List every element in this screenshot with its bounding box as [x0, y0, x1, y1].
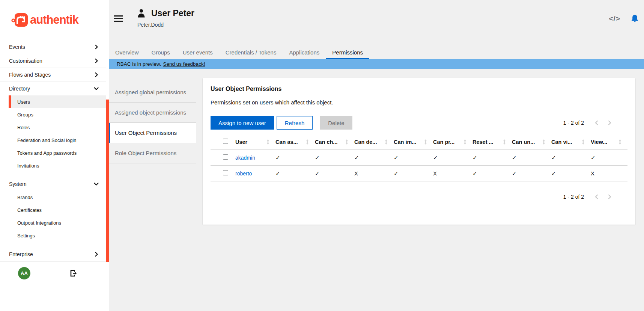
tab-overview[interactable]: Overview — [109, 46, 145, 59]
column-header: Can de... — [354, 139, 377, 145]
sidebar-item-label: Groups — [17, 112, 33, 118]
sidebar-item-system[interactable]: System — [0, 177, 106, 191]
assign-to-new-user-button[interactable]: Assign to new user — [211, 116, 274, 130]
pagination-label: 1 - 2 of 2 — [563, 194, 584, 200]
sidebar-item-roles[interactable]: Roles — [0, 121, 106, 134]
sidebar-item-enterprise[interactable]: Enterprise — [0, 247, 106, 261]
api-code-icon[interactable]: </> — [609, 15, 620, 23]
sort-icon[interactable] — [542, 139, 545, 145]
row-checkbox[interactable] — [223, 170, 228, 175]
permission-mark: ✓ — [512, 166, 551, 181]
sidebar-item-label: Events — [9, 44, 25, 50]
chevron-right-icon — [94, 72, 99, 77]
sign-out-icon[interactable] — [70, 270, 77, 277]
refresh-button[interactable]: Refresh — [277, 116, 313, 130]
column-header: Can pr... — [433, 139, 454, 145]
sidebar-item-label: Tokens and App passwords — [17, 150, 77, 156]
select-all-checkbox[interactable] — [223, 139, 228, 144]
sidebar-item-settings[interactable]: Settings — [0, 229, 106, 242]
card-description: Permissions set on users which affect th… — [211, 99, 627, 106]
sort-icon[interactable] — [463, 139, 466, 145]
permission-mark: ✓ — [472, 166, 512, 181]
banner-text: RBAC is in preview. — [117, 61, 161, 67]
permission-mark: ✓ — [551, 150, 591, 166]
sidebar-item-invitations[interactable]: Invitations — [0, 159, 106, 172]
feedback-link[interactable]: Send us feedback! — [163, 61, 205, 67]
sidebar-item-federation[interactable]: Federation and Social login — [0, 134, 106, 146]
subnav-assigned-global-permissions[interactable]: Assigned global permissions — [109, 82, 196, 103]
tab-credentials-tokens[interactable]: Credentials / Tokens — [219, 46, 283, 59]
permission-mark: X — [354, 166, 394, 181]
permissions-table: User Can as... Can ch... Can de... Can i… — [211, 139, 627, 181]
sidebar-item-directory[interactable]: Directory — [0, 82, 106, 95]
sort-icon[interactable] — [424, 139, 427, 145]
permission-mark: ✓ — [275, 150, 315, 166]
permission-mark: ✓ — [512, 150, 551, 166]
column-header: Can im... — [394, 139, 416, 145]
user-link[interactable]: roberto — [235, 171, 252, 177]
tab-applications[interactable]: Applications — [283, 46, 326, 59]
user-icon — [137, 9, 145, 18]
user-link[interactable]: akadmin — [235, 155, 255, 161]
permission-mark: ✓ — [275, 166, 315, 181]
sort-icon[interactable] — [385, 139, 388, 145]
sidebar-item-label: Invitations — [17, 163, 39, 169]
pagination-prev-button[interactable] — [590, 119, 603, 127]
sidebar-user-row: AA — [0, 262, 106, 284]
sidebar-item-outpost-integrations[interactable]: Outpost Integrations — [0, 216, 106, 229]
sidebar-item-events[interactable]: Events — [0, 40, 106, 54]
chevron-down-icon — [94, 86, 99, 91]
rbac-preview-banner: RBAC is in preview. Send us feedback! — [109, 59, 644, 69]
sidebar-item-label: Brands — [17, 195, 33, 200]
sidebar-item-label: Outpost Integrations — [17, 220, 61, 226]
tab-user-events[interactable]: User events — [176, 46, 219, 59]
subnav-role-object-permissions[interactable]: Role Object Permissions — [109, 143, 196, 163]
subnav-user-object-permissions[interactable]: User Object Permissions — [109, 123, 196, 143]
sidebar-item-brands[interactable]: Brands — [0, 191, 106, 204]
sidebar-item-tokens[interactable]: Tokens and App passwords — [0, 146, 106, 159]
brand-logo[interactable]: authentik — [0, 0, 106, 40]
sort-icon[interactable] — [266, 139, 269, 145]
pagination-next-button[interactable] — [603, 193, 616, 201]
sidebar-item-flows-and-stages[interactable]: Flows and Stages — [0, 68, 106, 82]
page-title: User Peter — [151, 8, 194, 18]
avatar[interactable]: AA — [18, 267, 30, 279]
tab-permissions[interactable]: Permissions — [326, 46, 369, 59]
sidebar-item-certificates[interactable]: Certificates — [0, 204, 106, 216]
authentik-admin-app: { "colors": { "brand": "#fd4b2d", "prima… — [0, 0, 644, 311]
sort-icon[interactable] — [503, 139, 506, 145]
table-toolbar: Assign to new user Refresh Delete 1 - 2 … — [211, 116, 627, 130]
sidebar-toggle-button[interactable] — [114, 15, 123, 22]
card-title: User Object Permissions — [211, 86, 627, 92]
permission-mark: ✓ — [472, 150, 512, 166]
sidebar-scrollbar[interactable] — [106, 100, 109, 262]
chevron-right-icon — [94, 45, 99, 50]
chevron-down-icon — [94, 182, 99, 186]
sidebar-item-groups[interactable]: Groups — [0, 108, 106, 121]
pagination-next-button[interactable] — [603, 119, 616, 127]
column-header: Reset ... — [472, 139, 494, 145]
row-checkbox[interactable] — [223, 154, 228, 160]
table-row: akadmin ✓ ✓ ✓ ✓ ✓ ✓ ✓ ✓ ✓ — [211, 150, 627, 166]
user-detail-tabs: Overview Groups User events Credentials … — [109, 46, 644, 59]
permission-mark: ✓ — [394, 150, 433, 166]
notification-bell-icon[interactable] — [631, 14, 639, 23]
sort-icon[interactable] — [345, 139, 348, 145]
sort-icon[interactable] — [306, 139, 309, 145]
sidebar-item-label: Flows and Stages — [9, 72, 51, 78]
sidebar-item-users[interactable]: Users — [9, 95, 106, 108]
page-subtitle: Peter.Dodd — [137, 22, 194, 28]
tab-groups[interactable]: Groups — [145, 46, 176, 59]
sidebar-item-label: System — [9, 181, 27, 187]
chevron-right-icon — [94, 252, 99, 257]
sort-icon[interactable] — [618, 139, 621, 145]
sidebar-item-label: Users — [17, 99, 30, 105]
delete-button[interactable]: Delete — [320, 116, 352, 130]
permission-mark: ✓ — [315, 150, 354, 166]
pagination-prev-button[interactable] — [590, 193, 603, 201]
permissions-subnav: Assigned global permissions Assigned obj… — [109, 82, 196, 163]
pagination-top: 1 - 2 of 2 — [563, 119, 627, 127]
subnav-assigned-object-permissions[interactable]: Assigned object permissions — [109, 103, 196, 123]
sort-icon[interactable] — [582, 139, 585, 145]
sidebar-item-customisation[interactable]: Customisation — [0, 54, 106, 68]
